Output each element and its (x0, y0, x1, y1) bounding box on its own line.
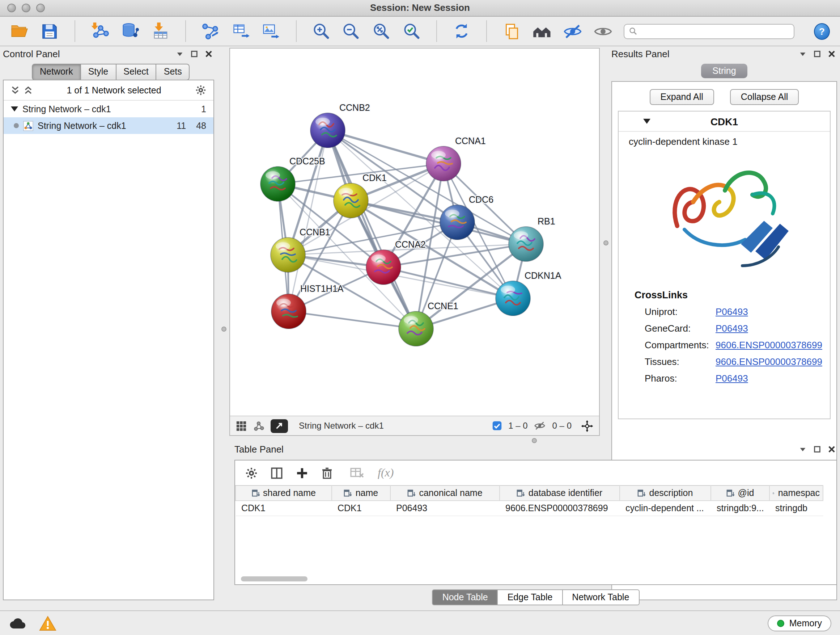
new-network-icon[interactable] (201, 21, 220, 41)
cell-name[interactable]: CDK1 (332, 501, 390, 516)
panel-menu-caret-icon[interactable] (799, 50, 807, 57)
import-network-from-file-icon[interactable] (90, 21, 110, 41)
detach-view-button[interactable] (271, 419, 288, 432)
table-options-gear-icon[interactable] (245, 467, 257, 479)
tab-network[interactable]: Network (32, 64, 81, 80)
copy-documents-icon[interactable] (502, 21, 522, 41)
network-node-cdk1[interactable]: CDK1 (333, 173, 387, 218)
cell-canonical-name[interactable]: P06493 (390, 501, 500, 516)
refresh-icon[interactable] (452, 21, 471, 41)
cell-shared-name[interactable]: CDK1 (235, 501, 332, 516)
collapse-all-button[interactable]: Collapse All (730, 89, 799, 105)
column-header[interactable]: name (332, 486, 390, 501)
zoom-window-button[interactable] (36, 4, 45, 12)
panel-float-icon[interactable] (813, 445, 821, 453)
show-all-icon[interactable] (593, 21, 613, 41)
delete-column-icon[interactable] (321, 467, 333, 479)
horizontal-scrollbar-thumb[interactable] (241, 576, 308, 581)
zoom-in-icon[interactable] (311, 21, 331, 41)
tab-edge-table[interactable]: Edge Table (498, 589, 563, 605)
crosslink-compartments-link[interactable]: 9606.ENSP00000378699 (715, 340, 822, 350)
tab-style[interactable]: Style (81, 64, 117, 80)
hide-selected-icon[interactable] (563, 21, 583, 41)
column-header[interactable]: @id (711, 486, 769, 501)
results-tab-string[interactable]: String (701, 64, 747, 78)
protein-card-header[interactable]: CDK1 (619, 111, 830, 132)
network-collection-row[interactable]: String Network – cdk1 1 (4, 101, 213, 117)
add-column-icon[interactable] (296, 467, 308, 479)
save-session-icon[interactable] (40, 21, 59, 41)
zoom-selected-icon[interactable] (401, 21, 421, 41)
network-node-rb1[interactable]: RB1 (508, 216, 555, 261)
panel-float-icon[interactable] (190, 50, 198, 57)
zoom-fit-icon[interactable] (371, 21, 391, 41)
view-network-icon[interactable] (253, 420, 264, 431)
search-field[interactable] (624, 24, 794, 39)
column-header[interactable]: shared name (235, 486, 332, 501)
column-header[interactable]: namespac (769, 486, 823, 501)
panel-float-icon[interactable] (813, 50, 821, 57)
expand-all-networks-icon[interactable] (11, 86, 19, 95)
panel-close-icon[interactable] (828, 50, 836, 57)
help-icon[interactable]: ? (814, 23, 830, 40)
panel-menu-caret-icon[interactable] (799, 445, 807, 453)
network-node-ccnb1[interactable]: CCNB1 (271, 227, 330, 272)
vertical-splitter-handle[interactable] (603, 241, 608, 245)
column-header[interactable]: description (620, 486, 711, 501)
crosslink-pharos-link[interactable]: P06493 (715, 373, 748, 384)
collapse-all-networks-icon[interactable] (24, 86, 33, 95)
close-window-button[interactable] (7, 4, 16, 12)
crosslink-tissues-link[interactable]: 9606.ENSP00000378699 (715, 356, 822, 367)
expand-all-button[interactable]: Expand All (650, 89, 714, 105)
network-node-cdkn1a[interactable]: CDKN1A (496, 271, 561, 316)
show-columns-icon[interactable] (271, 467, 283, 479)
import-network-from-database-icon[interactable] (120, 21, 140, 41)
panel-menu-caret-icon[interactable] (176, 50, 184, 57)
cell-database-identifier[interactable]: 9606.ENSP00000378699 (500, 501, 620, 516)
clone-network-icon[interactable] (231, 21, 250, 41)
collection-expand-caret-icon[interactable] (11, 106, 18, 112)
panel-close-icon[interactable] (828, 445, 836, 453)
panel-close-icon[interactable] (205, 50, 213, 57)
tab-node-table[interactable]: Node Table (432, 589, 498, 605)
network-edge[interactable] (328, 130, 416, 329)
network-canvas[interactable]: CCNB2CCNA1CDC25BCDK1CDC6RB1CCNB1CCNA2CDK… (230, 49, 599, 416)
memory-button[interactable]: Memory (767, 615, 831, 631)
tab-network-table[interactable]: Network Table (562, 589, 639, 605)
network-node-ccna1[interactable]: CCNA1 (426, 136, 486, 181)
tab-sets[interactable]: Sets (156, 64, 190, 80)
minimize-window-button[interactable] (22, 4, 30, 12)
cell-namespace[interactable]: stringdb (769, 501, 823, 516)
zoom-out-icon[interactable] (341, 21, 361, 41)
cell-description[interactable]: cyclin-dependent ... (620, 501, 711, 516)
crosslink-uniprot-link[interactable]: P06493 (715, 306, 748, 317)
view-grid-icon[interactable] (236, 420, 247, 431)
clear-table-icon[interactable] (350, 467, 365, 478)
network-node-cdc6[interactable]: CDC6 (440, 195, 493, 240)
table-row[interactable]: CDK1 CDK1 P06493 9606.ENSP00000378699 cy… (235, 501, 823, 516)
navigator-crosshair-icon[interactable] (581, 420, 593, 432)
import-table-from-file-icon[interactable] (151, 21, 170, 41)
vertical-splitter-handle[interactable] (221, 326, 226, 332)
export-image-icon[interactable] (261, 21, 280, 41)
cell-id[interactable]: stringdb:9... (711, 501, 769, 516)
cloud-icon[interactable] (9, 616, 27, 630)
home-icon[interactable] (532, 21, 552, 41)
search-input[interactable] (641, 25, 789, 37)
column-header[interactable]: canonical name (390, 486, 500, 501)
protein-collapse-caret-icon[interactable] (643, 118, 651, 125)
network-edge[interactable] (328, 130, 444, 164)
tab-select[interactable]: Select (116, 64, 156, 80)
network-edge[interactable] (289, 311, 416, 329)
warning-icon[interactable] (39, 615, 57, 631)
crosslink-genecard-link[interactable]: P06493 (715, 323, 748, 334)
open-session-icon[interactable] (10, 21, 29, 41)
network-row[interactable]: String Network – cdk1 11 48 (4, 117, 213, 134)
sphere-highlight (339, 188, 353, 196)
column-header[interactable]: database identifier (500, 486, 620, 501)
network-node-ccne1[interactable]: CCNE1 (399, 301, 458, 346)
network-node-hist1h1a[interactable]: HIST1H1A (271, 283, 344, 329)
function-builder-icon[interactable]: f(x) (378, 466, 393, 479)
network-options-gear-icon[interactable] (195, 85, 206, 96)
horizontal-splitter-handle[interactable] (532, 438, 537, 443)
